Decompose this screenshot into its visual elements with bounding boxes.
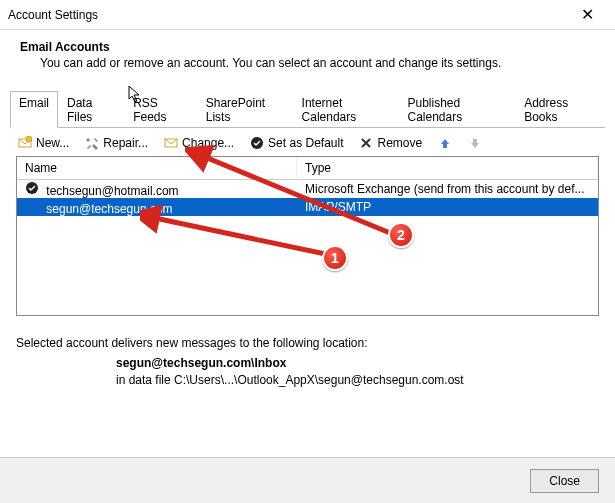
account-row[interactable]: segun@techsegun.com IMAP/SMTP: [17, 198, 598, 216]
mail-new-icon: [18, 136, 32, 150]
repair-button[interactable]: Repair...: [79, 134, 154, 152]
svg-point-1: [26, 136, 32, 142]
remove-button[interactable]: Remove: [353, 134, 428, 152]
mail-edit-icon: [164, 136, 178, 150]
tab-email[interactable]: Email: [10, 91, 58, 128]
close-button[interactable]: Close: [530, 469, 599, 493]
arrow-down-icon: [468, 136, 482, 150]
account-type: Microsoft Exchange (send from this accou…: [297, 181, 598, 197]
list-header: Name Type: [17, 157, 598, 180]
account-type: IMAP/SMTP: [297, 199, 598, 215]
arrow-up-icon: [438, 136, 452, 150]
column-header-name[interactable]: Name: [17, 157, 297, 179]
move-up-button[interactable]: [432, 134, 458, 152]
account-name: segun@techsegun.com: [46, 202, 172, 216]
delete-x-icon: [359, 136, 373, 150]
blank-icon: [25, 199, 39, 213]
close-icon[interactable]: ✕: [567, 7, 607, 23]
accounts-list[interactable]: Name Type techsegun@hotmail.com Microsof…: [16, 156, 599, 316]
tab-rss-feeds[interactable]: RSS Feeds: [124, 91, 197, 128]
column-header-type[interactable]: Type: [297, 157, 598, 179]
dialog-footer: Close: [0, 457, 615, 503]
window-title: Account Settings: [8, 8, 567, 22]
location-folder: segun@techsegun.com\Inbox: [116, 356, 599, 370]
tab-internet-calendars[interactable]: Internet Calendars: [293, 91, 399, 128]
location-intro: Selected account delivers new messages t…: [16, 336, 599, 350]
toolbar: New... Repair... Change... Set as Defaul…: [12, 134, 603, 152]
header-title: Email Accounts: [20, 40, 595, 54]
header-subtitle: You can add or remove an account. You ca…: [40, 56, 595, 70]
default-check-icon: [25, 181, 39, 195]
move-down-button[interactable]: [462, 134, 488, 152]
tools-icon: [85, 136, 99, 150]
location-datafile: in data file C:\Users\...\Outlook_AppX\s…: [116, 373, 599, 387]
header: Email Accounts You can add or remove an …: [0, 30, 615, 90]
check-circle-icon: [250, 136, 264, 150]
change-button[interactable]: Change...: [158, 134, 240, 152]
tab-data-files[interactable]: Data Files: [58, 91, 124, 128]
tab-strip: Email Data Files RSS Feeds SharePoint Li…: [10, 90, 605, 128]
tab-address-books[interactable]: Address Books: [515, 91, 605, 128]
tab-published-calendars[interactable]: Published Calendars: [399, 91, 516, 128]
account-row[interactable]: techsegun@hotmail.com Microsoft Exchange…: [17, 180, 598, 198]
title-bar: Account Settings ✕: [0, 0, 615, 30]
set-default-button[interactable]: Set as Default: [244, 134, 349, 152]
new-button[interactable]: New...: [12, 134, 75, 152]
delivery-location: Selected account delivers new messages t…: [16, 336, 599, 387]
tab-sharepoint-lists[interactable]: SharePoint Lists: [197, 91, 293, 128]
account-name: techsegun@hotmail.com: [46, 184, 178, 198]
